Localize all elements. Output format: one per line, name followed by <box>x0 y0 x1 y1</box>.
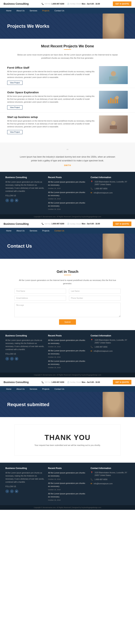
submit-button[interactable]: Submit <box>59 319 76 325</box>
form-field-lastname <box>69 289 120 294</box>
contact-form: Submit <box>14 289 120 325</box>
project-img-svg-3 <box>106 119 120 130</box>
footer-post-date-3-1: October 26, 2018 <box>48 478 61 480</box>
nav-services[interactable]: Services <box>27 8 40 14</box>
footer-phone-1: 📞 1-800-987-6656 <box>90 187 130 190</box>
main-nav-2: Home About Us Services Projects Contact … <box>0 228 135 234</box>
twitter-icon-2[interactable]: t <box>10 357 14 360</box>
nav2-home[interactable]: Home <box>4 228 14 234</box>
footer-post-text-2-1: All the Lorem ipsum generators pre chunk… <box>48 339 87 345</box>
view-project-btn-1[interactable]: View Project <box>7 81 22 85</box>
footer-col-contact-2: Contact Information 📍 1520 Blairenbaker … <box>90 334 130 370</box>
quote-button[interactable]: GET A QUOTE <box>113 2 132 6</box>
footer-post-3-1: All the Lorem ipsum generators pre chunk… <box>48 471 87 480</box>
footer-phone-text-3: 1-800-987-6656 <box>94 478 107 481</box>
phone-icon-2: 📞 <box>42 223 44 225</box>
site-footer-3: Business Consulting All the Lorem ipsum … <box>0 463 135 505</box>
project-title-1: Fornt Office Staff <box>7 66 96 69</box>
project-desc-3: All the lorem ipsum generators on the in… <box>7 120 96 128</box>
projects-section-title: Most Recent Projects We Done <box>0 39 135 49</box>
svg-rect-2 <box>109 76 118 80</box>
facebook-icon-2[interactable]: f <box>6 357 9 360</box>
nav2-about[interactable]: About Us <box>14 228 27 234</box>
svg-rect-6 <box>112 99 114 103</box>
view-project-btn-3[interactable]: View Project <box>7 130 22 134</box>
hours-value-2: Mon - Sat 9.00 - 18.00 <box>82 223 100 225</box>
footer-phone-text-1: 1-800-987-6656 <box>94 187 107 190</box>
hours-info: 🕐 Sunday Closed Mon - Sat 9.00 - 18.00 <box>67 3 100 5</box>
site-logo-3: Business Consulting <box>4 381 28 384</box>
nav3-contact[interactable]: Contact Us <box>52 386 67 392</box>
testimonial-section: " Lorem Ipsum has been the industry's st… <box>0 142 135 172</box>
site-logo-2: Business Consulting <box>4 222 28 225</box>
nav2-contact[interactable]: Contact Us <box>52 228 67 234</box>
footer-col-posts-2: Recent Posts All the Lorem ipsum generat… <box>48 334 87 370</box>
phone-input[interactable] <box>69 296 120 300</box>
nav3-projects[interactable]: Projects <box>40 386 52 392</box>
footer-bottom-3: Copyright © domainname.com. All Rights R… <box>0 505 135 510</box>
project-card-1: Fornt Office Staff All the lorem ipsum g… <box>0 63 135 88</box>
form-field-firstname <box>14 289 66 294</box>
quote-button-2[interactable]: GET A QUOTE <box>113 222 132 226</box>
nav3-services[interactable]: Services <box>27 386 40 392</box>
lastname-input[interactable] <box>69 289 120 294</box>
linkedin-icon-2[interactable]: in <box>15 357 18 360</box>
project-info-1: Fornt Office Staff All the lorem ipsum g… <box>7 66 96 85</box>
facebook-icon-3[interactable]: f <box>6 490 9 493</box>
twitter-icon-1[interactable]: t <box>10 199 14 202</box>
footer-address-1: 📍 1520 Blairenbaker Access, Louisville, … <box>90 180 130 186</box>
site-footer-1: Business Consulting All the Lorem ipsum … <box>0 172 135 214</box>
email-input[interactable] <box>14 296 66 300</box>
footer-col-about-2: Business Consulting All the Lorem ipsum … <box>6 334 44 370</box>
linkedin-icon-1[interactable]: in <box>15 199 18 202</box>
hero-image <box>102 14 124 39</box>
footer-post-text-1-1: All the Lorem ipsum generators pre chunk… <box>48 180 87 186</box>
footer-email-text-1: info@loremaipsum.com <box>94 192 112 194</box>
header-contact-2: 📞 Toll Free 1-800-987-9200 🕐 Sunday Clos… <box>42 223 100 225</box>
nav3-about[interactable]: About Us <box>14 386 27 392</box>
projects-section-subtitle: Below are some most recent projects we h… <box>0 53 135 63</box>
quote-icon: " <box>18 148 117 154</box>
contact-section-divider <box>64 275 71 275</box>
twitter-icon-3[interactable]: t <box>10 490 14 493</box>
footer-title-posts-2: Recent Posts <box>48 334 87 337</box>
footer-post-text-3-1: All the Lorem ipsum generators pre chunk… <box>48 471 87 478</box>
quote-button-3[interactable]: GET A QUOTE <box>113 380 132 384</box>
facebook-icon-1[interactable]: f <box>6 199 9 202</box>
nav3-home[interactable]: Home <box>4 386 14 392</box>
footer-post-date-2-3: October 26, 2018 <box>48 367 61 368</box>
nav-about[interactable]: About Us <box>14 8 27 14</box>
footer-email-1: ✉ info@loremaipsum.com <box>90 192 130 194</box>
contact-hero: Contact Us <box>0 234 135 259</box>
view-project-btn-2[interactable]: View Project <box>7 105 22 110</box>
phone-number-2: 1-800-987-9200 <box>52 223 64 225</box>
footer-post-1-3: All the Lorem ipsum generators pre chunk… <box>48 201 87 210</box>
nav-contact[interactable]: Contact Us <box>52 8 67 14</box>
project-image-1 <box>99 66 128 84</box>
footer-email-text-2: info@loremaipsum.com <box>94 350 112 352</box>
clock-icon-3: 🕐 <box>67 381 69 383</box>
nav-projects[interactable]: Projects <box>40 8 52 14</box>
footer-post-date-2-1: October 26, 2018 <box>48 346 61 348</box>
projects-hero: Projects We Works <box>0 14 135 39</box>
header-contact-3: 📞 Toll Free 1-800-987-9200 🕐 Sunday Clos… <box>42 381 100 383</box>
section-divider <box>64 49 71 50</box>
linkedin-icon-3[interactable]: in <box>15 490 18 493</box>
phone-info: 📞 Toll Free 1-800-987-9200 <box>42 3 64 5</box>
project-title-2: Outer Space Exploration <box>7 91 96 94</box>
hours-label-3: Sunday Closed <box>70 381 81 383</box>
footer-post-text-2-2: All the Lorem ipsum generators pre chunk… <box>48 349 87 355</box>
nav2-services[interactable]: Services <box>27 228 40 234</box>
footer-post-date-1-2: October 26, 2018 <box>48 198 61 200</box>
message-textarea[interactable] <box>14 303 120 317</box>
nav-home[interactable]: Home <box>4 8 14 14</box>
nav2-projects[interactable]: Projects <box>40 228 52 234</box>
footer-post-text-2-3: All the Lorem ipsum generators pre chunk… <box>48 360 87 366</box>
firstname-input[interactable] <box>14 289 66 294</box>
footer-post-3-3: All the Lorem ipsum generators pre chunk… <box>48 492 87 501</box>
footer-col-posts-1: Recent Posts All the Lorem ipsum generat… <box>48 176 87 212</box>
projects-page: Business Consulting 📞 Toll Free 1-800-98… <box>0 0 135 219</box>
footer-post-text-3-3: All the Lorem ipsum generators pre chunk… <box>48 492 87 498</box>
footer-title-about-3: Business Consulting <box>6 467 44 470</box>
footer-bottom-1: Copyright © domainname.com. All Rights R… <box>0 214 135 219</box>
